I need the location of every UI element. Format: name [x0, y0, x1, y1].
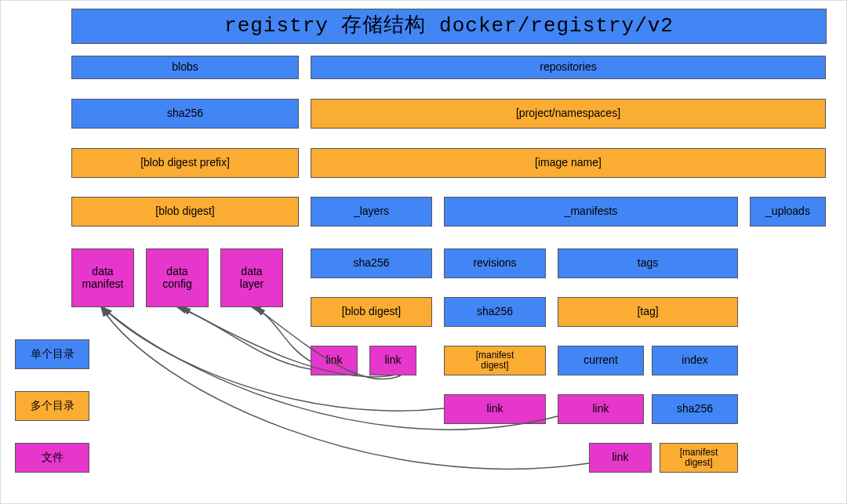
link4-box: link	[558, 394, 644, 424]
blob-digest-box: [blob digest]	[71, 197, 299, 227]
current-box: current	[558, 346, 644, 375]
sha256-index-box: sha256	[652, 394, 738, 424]
blobs-box: blobs	[71, 56, 299, 79]
link5-box: link	[589, 443, 652, 473]
revisions-box: revisions	[444, 248, 546, 278]
image-name-box: [image name]	[311, 148, 826, 178]
link3-box: link	[444, 394, 546, 424]
diagram-canvas: registry 存储结构 docker/registry/v2 blobs r…	[0, 0, 847, 504]
legend-single-dir: 单个目录	[15, 339, 89, 369]
blob-digest-prefix-box: [blob digest prefix]	[71, 148, 299, 178]
title-box: registry 存储结构 docker/registry/v2	[71, 9, 827, 44]
repositories-box: repositories	[311, 56, 826, 79]
manifest-digest-box: [manifest digest]	[444, 346, 546, 375]
tag-box: [tag]	[558, 297, 738, 327]
blob-digest-layers-box: [blob digest]	[311, 297, 432, 327]
data-layer-box: data layer	[220, 248, 283, 307]
data-manifest-box: data manifest	[71, 248, 134, 307]
sha256-layers-box: sha256	[311, 248, 432, 278]
manifest-digest2-box: [manifest digest]	[660, 443, 738, 473]
data-config-box: data config	[146, 248, 209, 307]
layers-box: _layers	[311, 197, 432, 227]
legend-file: 文件	[15, 443, 89, 473]
link2-box: link	[369, 346, 416, 375]
project-namespaces-box: [project/namespaces]	[311, 99, 826, 129]
uploads-box: _uploads	[750, 197, 826, 227]
sha256-blobs-box: sha256	[71, 99, 299, 129]
index-box: index	[652, 346, 738, 375]
legend-multi-dir: 多个目录	[15, 391, 89, 421]
link1-box: link	[311, 346, 358, 375]
sha256-revisions-box: sha256	[444, 297, 546, 327]
tags-box: tags	[558, 248, 738, 278]
manifests-box: _manifests	[444, 197, 738, 227]
